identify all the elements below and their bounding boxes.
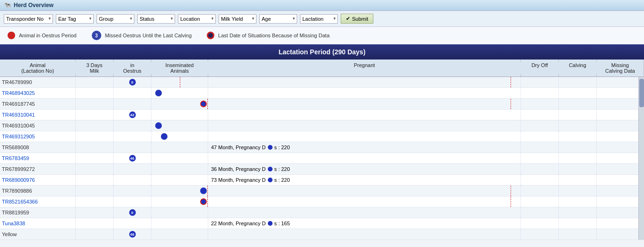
column-headers: Animal(Lactation No) 3 DaysMilk inOestru… — [0, 60, 644, 77]
pregnant-days: s : 220 — [274, 166, 290, 172]
cell-pregnant: 47 Month, Pregnancy D s : 220 — [208, 142, 521, 153]
inseminated-dot — [200, 187, 207, 194]
scrollbar-thumb[interactable] — [639, 79, 644, 107]
red-vline-2 — [511, 77, 511, 87]
cell-dryoff — [521, 207, 559, 218]
cell-inseminated — [151, 175, 208, 185]
cell-oestrus: 0 — [114, 207, 151, 218]
status-select[interactable]: Status — [137, 14, 175, 24]
cell-calving — [559, 186, 597, 196]
cell-dryoff — [521, 142, 559, 153]
cell-milk — [76, 164, 114, 174]
lactation-select[interactable]: Lactation — [300, 14, 338, 24]
milk-yield-select[interactable]: Milk Yield — [219, 14, 256, 24]
cell-milk — [76, 99, 114, 109]
legend-oestrus: Animal in Oestrus Period — [8, 32, 77, 39]
cell-missing — [597, 120, 644, 131]
cell-pregnant — [208, 229, 521, 239]
submit-icon: ✔ — [346, 16, 350, 22]
col-calving: Calving — [559, 60, 597, 77]
table-row: TR6783459 46 — [0, 153, 644, 164]
cell-inseminated — [151, 186, 208, 196]
legend-missed-oestrus: 3 Missed Oestrus Until the Last Calving — [92, 31, 192, 40]
cell-pregnant — [208, 99, 521, 109]
col-in-oestrus: inOestrus — [114, 60, 151, 77]
cell-animal-id: Tuna3838 — [0, 218, 76, 229]
scrollbar-track[interactable] — [638, 77, 644, 240]
cell-dryoff — [521, 99, 559, 109]
col-missing-calving: MissingCalving Data — [597, 60, 644, 77]
cell-inseminated — [151, 131, 208, 142]
group-select[interactable]: Group — [97, 14, 134, 24]
cell-animal-id: TR8521654366 — [0, 196, 76, 207]
cell-oestrus — [114, 99, 151, 109]
cell-inseminated — [151, 229, 208, 239]
cell-missing — [597, 186, 644, 196]
table-row: Yellow 46 — [0, 229, 644, 240]
pregnant-text: 36 Month, Pregnancy D — [211, 166, 266, 172]
table-row: TR469312905 — [0, 131, 644, 142]
cell-animal-id: Yellow — [0, 229, 76, 239]
cell-missing — [597, 77, 644, 87]
location-select-wrapper: Location — [178, 14, 216, 24]
age-select[interactable]: Age — [259, 14, 297, 24]
cell-milk — [76, 142, 114, 153]
col-inseminated: InseminatedAnimals — [151, 60, 208, 77]
cell-pregnant: 73 Month, Pregnancy D s : 220 — [208, 175, 521, 185]
ear-tag-select-wrapper: Ear Tag — [56, 14, 94, 24]
cell-milk — [76, 175, 114, 185]
cell-pregnant — [208, 120, 521, 131]
col-3days-milk: 3 DaysMilk — [76, 60, 114, 77]
transponder-select-wrapper: Transponder No — [4, 14, 53, 24]
cell-dryoff — [521, 175, 559, 185]
cell-calving — [559, 99, 597, 109]
cell-dryoff — [521, 164, 559, 174]
group-select-wrapper: Group — [97, 14, 134, 24]
cell-oestrus: 46 — [114, 229, 151, 239]
table-row: TR46789990 0 — [0, 77, 644, 88]
app-title: Herd Overview — [14, 2, 53, 9]
title-bar: 🐄 Herd Overview — [0, 0, 644, 11]
app-container: 🐄 Herd Overview Transponder No Ear Tag G… — [0, 0, 644, 240]
cell-calving — [559, 229, 597, 239]
cell-oestrus — [114, 218, 151, 229]
pregnant-days: s : 220 — [274, 177, 290, 183]
cell-milk — [76, 196, 114, 207]
cell-oestrus: 46 — [114, 153, 151, 163]
location-select[interactable]: Location — [178, 14, 216, 24]
inseminated-outlined-dot — [200, 198, 207, 205]
age-select-wrapper: Age — [259, 14, 297, 24]
cell-calving — [559, 110, 597, 120]
cell-pregnant: 22 Month, Pregnancy D s : 165 — [208, 218, 521, 229]
cell-inseminated — [151, 88, 208, 98]
cell-animal-id: TR6783459 — [0, 153, 76, 163]
data-table: TR46789990 0 TR468943025 — [0, 77, 644, 240]
table-row: TR469310045 — [0, 120, 644, 131]
cell-animal-id: TR5689008 — [0, 142, 76, 153]
transponder-select[interactable]: Transponder No — [4, 14, 53, 24]
red-vline — [207, 196, 208, 207]
oestrus-num-badge: 0 — [129, 209, 136, 216]
ear-tag-select[interactable]: Ear Tag — [56, 14, 94, 24]
cell-pregnant — [208, 88, 521, 98]
pregnant-text: 73 Month, Pregnancy D — [211, 177, 266, 183]
legend-missing-data: Last Date of Situations Because of Missi… — [207, 32, 329, 39]
cell-milk — [76, 77, 114, 87]
cell-inseminated — [151, 77, 208, 87]
cell-inseminated — [151, 120, 208, 131]
cell-pregnant — [208, 153, 521, 163]
submit-button[interactable]: ✔ Submit — [341, 14, 373, 24]
pregnant-text: 47 Month, Pregnancy D — [211, 145, 266, 150]
cell-inseminated — [151, 218, 208, 229]
status-select-wrapper: Status — [137, 14, 175, 24]
cell-dryoff — [521, 186, 559, 196]
oestrus-dot-icon — [8, 32, 15, 39]
cell-calving — [559, 77, 597, 87]
legend-missed-oestrus-label: Missed Oestrus Until the Last Calving — [105, 33, 192, 38]
cell-milk — [76, 120, 114, 131]
pregnant-dot — [268, 221, 273, 226]
cell-milk — [76, 229, 114, 239]
lactation-select-wrapper: Lactation — [300, 14, 338, 24]
cell-inseminated — [151, 153, 208, 163]
table-row: TR678999272 36 Month, Pregnancy D s : 22… — [0, 164, 644, 175]
